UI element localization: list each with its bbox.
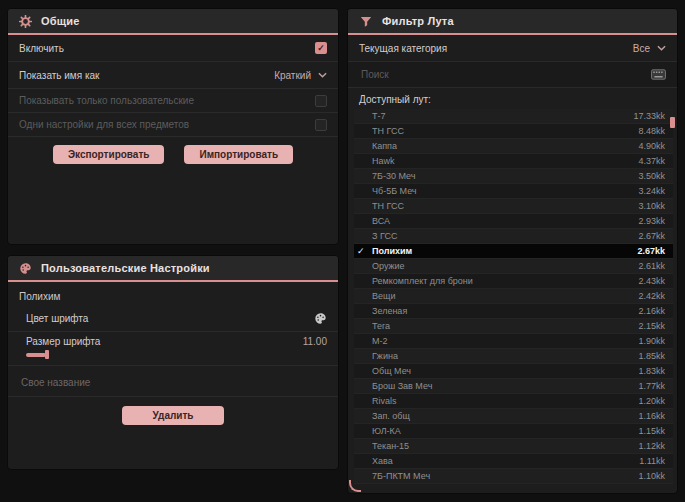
loot-item-value: 1.11kk <box>639 456 665 466</box>
loot-item-name: Хава <box>372 456 639 466</box>
chevron-down-icon <box>657 45 666 51</box>
search-input[interactable] <box>359 68 643 81</box>
import-export-row: Экспортировать Импортировать <box>8 137 338 164</box>
loot-item-value: 1.90kk <box>638 336 665 346</box>
only-custom-row: Показывать только пользовательские <box>8 89 338 113</box>
loot-item-name: Зап. общ <box>372 411 638 421</box>
list-item[interactable]: М-21.90kk <box>354 334 673 349</box>
loot-item-value: 2.67kk <box>637 246 665 256</box>
list-item[interactable]: З ГСС2.67kk <box>354 229 673 244</box>
enable-checkbox[interactable]: ✓ <box>315 42 327 54</box>
loot-item-name: Тега <box>372 321 638 331</box>
loot-item-value: 3.10kk <box>638 201 665 211</box>
loot-item-name: Полихим <box>372 246 637 256</box>
panel-loot-filter: Фильтр Лута Текущая категория Все <box>347 8 678 494</box>
loot-item-value: 1.20kk <box>638 396 665 406</box>
list-item[interactable]: Общ Меч1.83kk <box>354 364 673 379</box>
loot-item-value: 1.10kk <box>638 471 665 481</box>
font-color-label: Цвет шрифта <box>26 313 88 324</box>
only-custom-checkbox[interactable] <box>315 95 327 107</box>
category-value: Все <box>633 43 650 54</box>
custom-name-input[interactable] <box>19 376 331 389</box>
list-item[interactable]: Каппа4.90kk <box>354 139 673 154</box>
loot-item-value: 1.16kk <box>638 411 665 421</box>
loot-item-name: Гжина <box>372 351 638 361</box>
list-item[interactable]: 7Б-30 Меч3.50kk <box>354 169 673 184</box>
list-item[interactable]: ✓Полихим2.67kk <box>354 244 673 259</box>
loot-item-name: З ГСС <box>372 231 638 241</box>
list-item[interactable]: 7Б-ПКТМ Меч1.10kk <box>354 469 673 484</box>
font-size-value: 11.00 <box>303 336 327 347</box>
right-column: Фильтр Лута Текущая категория Все <box>347 8 678 494</box>
font-size-slider[interactable] <box>26 350 306 359</box>
app-window: Общие Включить ✓ Показать имя как Кратки… <box>0 0 685 502</box>
keyboard-icon[interactable] <box>651 69 666 80</box>
list-item[interactable]: Вещи2.42kk <box>354 289 673 304</box>
font-size-row: Размер шрифта 11.00 <box>8 332 338 366</box>
list-item[interactable]: ЮЛ-КА1.15kk <box>354 424 673 439</box>
loot-item-value: 2.42kk <box>638 291 665 301</box>
loot-item-value: 3.24kk <box>638 186 665 196</box>
loot-item-value: 17.33kk <box>633 111 665 121</box>
show-name-dropdown[interactable]: Краткий <box>274 70 327 81</box>
color-picker-icon[interactable] <box>314 312 327 325</box>
selected-item-name: Полихим <box>8 282 338 305</box>
list-item[interactable]: ТН ГСС3.10kk <box>354 199 673 214</box>
export-button[interactable]: Экспортировать <box>53 145 165 164</box>
loot-item-name: Ремкомплект для брони <box>372 276 638 286</box>
list-item[interactable]: Оружие2.61kk <box>354 259 673 274</box>
delete-button[interactable]: Удалить <box>122 406 223 425</box>
list-item[interactable]: Зап. общ1.16kk <box>354 409 673 424</box>
check-icon: ✓ <box>357 246 372 256</box>
slider-thumb[interactable] <box>45 350 49 359</box>
loot-item-name: Оружие <box>372 261 638 271</box>
search-row <box>348 62 677 88</box>
panel-general-title: Общие <box>41 15 80 27</box>
show-name-row: Показать имя как Краткий <box>8 62 338 89</box>
loot-item-name: 7Б-30 Меч <box>372 171 638 181</box>
loot-item-name: Текан-15 <box>372 441 638 451</box>
list-item[interactable]: Зеленая2.16kk <box>354 304 673 319</box>
only-custom-label: Показывать только пользовательские <box>19 95 194 106</box>
left-column: Общие Включить ✓ Показать имя как Кратки… <box>7 8 339 494</box>
loot-item-value: 1.77kk <box>638 381 665 391</box>
list-item[interactable]: Текан-151.12kk <box>354 439 673 454</box>
list-item[interactable]: ВСА2.93kk <box>354 214 673 229</box>
same-settings-checkbox[interactable] <box>315 119 327 131</box>
chevron-down-icon <box>318 72 327 78</box>
import-button[interactable]: Импортировать <box>184 145 293 164</box>
list-item[interactable]: Хава1.11kk <box>354 454 673 469</box>
panel-general: Общие Включить ✓ Показать имя как Кратки… <box>7 8 339 245</box>
loot-item-value: 4.90kk <box>638 141 665 151</box>
enable-row: Включить ✓ <box>8 35 338 62</box>
list-item[interactable]: Ремкомплект для брони2.43kk <box>354 274 673 289</box>
loot-item-name: Rivals <box>372 396 638 406</box>
loot-item-name: Т-7 <box>372 111 633 121</box>
resize-handle[interactable] <box>349 480 361 492</box>
delete-row: Удалить <box>8 397 338 425</box>
loot-item-name: ЮЛ-КА <box>372 426 638 436</box>
list-item[interactable]: Брош Зав Меч1.77kk <box>354 379 673 394</box>
loot-item-name: ТН ГСС <box>372 126 638 136</box>
scrollbar-thumb[interactable] <box>670 117 675 128</box>
list-item[interactable]: Чб-5Б Меч3.24kk <box>354 184 673 199</box>
list-item[interactable]: Тега2.15kk <box>354 319 673 334</box>
category-row: Текущая категория Все <box>348 35 677 62</box>
loot-item-name: ВСА <box>372 216 638 226</box>
list-item[interactable]: ТН ГСС8.48kk <box>354 124 673 139</box>
list-item[interactable]: Гжина1.85kk <box>354 349 673 364</box>
category-dropdown[interactable]: Все <box>633 43 666 54</box>
loot-item-value: 2.61kk <box>638 261 665 271</box>
same-settings-label: Одни настройки для всех предметов <box>19 119 189 130</box>
loot-item-value: 1.15kk <box>638 426 665 436</box>
list-item[interactable]: Rivals1.20kk <box>354 394 673 409</box>
list-item[interactable]: Т-717.33kk <box>354 109 673 124</box>
loot-item-value: 2.93kk <box>638 216 665 226</box>
loot-item-name: Общ Меч <box>372 366 638 376</box>
loot-item-name: Hawk <box>372 156 638 166</box>
list-item[interactable]: Hawk4.37kk <box>354 154 673 169</box>
loot-item-value: 2.16kk <box>638 306 665 316</box>
loot-item-value: 1.83kk <box>638 366 665 376</box>
font-size-label: Размер шрифта <box>26 336 100 347</box>
loot-item-value: 2.43kk <box>638 276 665 286</box>
